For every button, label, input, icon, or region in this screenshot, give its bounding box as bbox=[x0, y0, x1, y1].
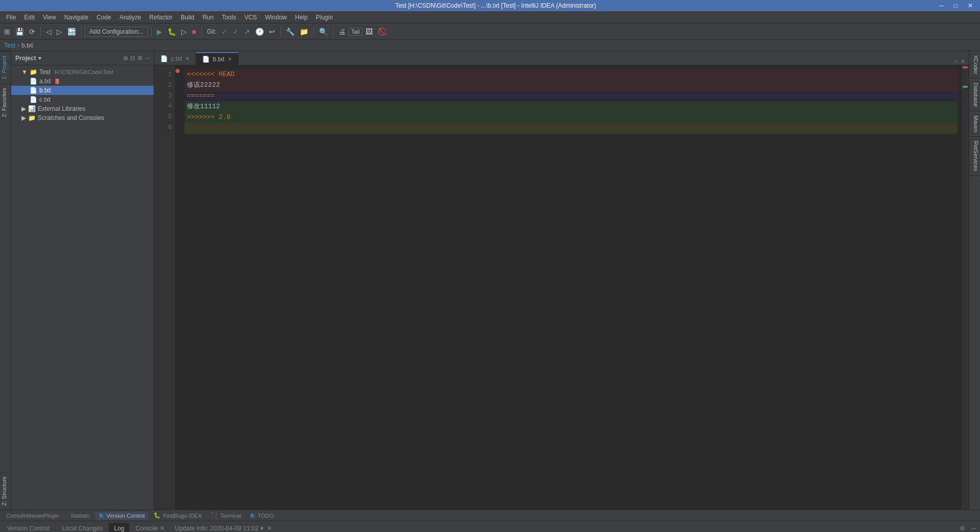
gutter-mark-1 bbox=[963, 66, 968, 68]
window-title: Test [H:\CSDN\Git\Code\Test] - ...\b.txt… bbox=[55, 2, 936, 9]
tool-tab-findbugs[interactable]: 🐛 FindBugs-IDEA bbox=[150, 511, 206, 520]
tree-root-name: Test bbox=[39, 68, 51, 76]
sidebar-tab-retservices[interactable]: RetServices bbox=[969, 137, 980, 176]
editor-area: 📄 c.txt ✕ 📄 b.txt ✕ ✓ ≡ 1 2 3 4 5 6 bbox=[154, 51, 969, 510]
tool-tab-statistic[interactable]: Statistic bbox=[64, 512, 94, 520]
toolbar-img-btn[interactable]: 🖼 bbox=[363, 27, 375, 37]
c-txt-close-btn[interactable]: ✕ bbox=[185, 56, 189, 61]
bottom-tab-vc[interactable]: Version Control: bbox=[2, 523, 56, 533]
tree-item-root[interactable]: ▼ 📁 Test H:\CSDN\Git\Code\Test bbox=[11, 67, 154, 77]
tool-tab-consolemaven[interactable]: ConsoleMavenPlugin bbox=[2, 512, 63, 520]
project-settings-icon[interactable]: ⚙ bbox=[137, 55, 143, 62]
line-num-2: 2 bbox=[156, 80, 172, 91]
bottom-tab-console[interactable]: Console ✕ bbox=[130, 523, 169, 533]
menu-edit[interactable]: Edit bbox=[20, 13, 39, 22]
sidebar-tab-project[interactable]: 1: Project bbox=[0, 51, 11, 83]
toolbar-navigate-btn[interactable]: 🔙 bbox=[65, 27, 78, 37]
project-scope-icon[interactable]: ⊕ bbox=[123, 55, 128, 62]
console-close[interactable]: ✕ bbox=[160, 525, 165, 532]
tool-tab-terminal[interactable]: ⬛ Terminal bbox=[207, 511, 246, 520]
menu-tools[interactable]: Tools bbox=[218, 13, 240, 22]
toolbar-git-history-btn[interactable]: 🕐 bbox=[253, 27, 266, 37]
menu-build[interactable]: Build bbox=[177, 13, 199, 22]
toolbar-back-btn[interactable]: ◁ bbox=[44, 27, 54, 37]
line-num-6: 6 bbox=[156, 123, 172, 133]
menu-code[interactable]: Code bbox=[92, 13, 115, 22]
menu-run[interactable]: Run bbox=[199, 13, 218, 22]
toolbar-tail-btn[interactable]: Tail bbox=[349, 28, 362, 36]
bottom-area: Version Control: Local Changes Log Conso… bbox=[0, 521, 980, 532]
sidebar-tab-structure[interactable]: Z: Structure bbox=[0, 472, 11, 510]
vc-minimize-icon[interactable]: ─ bbox=[969, 524, 978, 533]
toolbar-forward-btn[interactable]: ▷ bbox=[55, 27, 64, 37]
toolbar-stop-btn[interactable]: ■ bbox=[190, 27, 198, 37]
main-area: 1: Project 2: Favorites Z: Structure Pro… bbox=[0, 51, 980, 510]
menu-plugin[interactable]: Plugin bbox=[312, 13, 337, 22]
vc-gear-icon[interactable]: ⚙ bbox=[958, 524, 967, 533]
tool-tab-todo[interactable]: 6: TODO bbox=[247, 512, 278, 520]
tree-item-scratches[interactable]: ▶ 📁 Scratches and Consoles bbox=[11, 113, 154, 123]
accept-left-icon[interactable]: ✓ bbox=[954, 58, 959, 65]
toolbar-git-arrow-btn[interactable]: ↗ bbox=[242, 27, 252, 37]
root-folder-icon: ▼ bbox=[21, 68, 28, 76]
bottom-panel-actions: ⚙ ─ bbox=[958, 524, 978, 533]
editor-tab-b-txt[interactable]: 📄 b.txt ✕ bbox=[196, 52, 238, 65]
toolbar-debug-btn[interactable]: 🐛 bbox=[165, 27, 178, 37]
git-label: Git: bbox=[207, 28, 217, 35]
tree-item-b-txt[interactable]: 📄 b.txt bbox=[11, 86, 154, 95]
tree-item-c-txt[interactable]: 📄 c.txt bbox=[11, 95, 154, 104]
menu-help[interactable]: Help bbox=[291, 13, 312, 22]
line-num-5: 5 bbox=[156, 112, 172, 123]
toolbar-run2-btn[interactable]: ▷ bbox=[179, 27, 189, 37]
menu-analyze[interactable]: Analyze bbox=[115, 13, 145, 22]
toolbar-cancel-btn[interactable]: 🚫 bbox=[376, 27, 388, 37]
bottom-tab-local-changes[interactable]: Local Changes bbox=[57, 523, 108, 533]
project-collapse-icon[interactable]: ⊟ bbox=[130, 55, 135, 62]
gutter-mark-2 bbox=[963, 86, 968, 88]
tool-tab-version-control[interactable]: 9: Version Control bbox=[95, 512, 149, 520]
editor-code[interactable]: <<<<<<< HEAD 修该22222 ======= 修改11112 >>>… bbox=[181, 65, 962, 510]
menu-refactor[interactable]: Refactor bbox=[145, 13, 177, 22]
b-txt-close-btn[interactable]: ✕ bbox=[228, 56, 232, 62]
accept-right-icon[interactable]: ≡ bbox=[961, 58, 965, 65]
toolbar-sep2 bbox=[81, 27, 82, 37]
toolbar-save-btn[interactable]: 💾 bbox=[13, 27, 26, 37]
toolbar-settings-btn[interactable]: 🔧 bbox=[284, 27, 297, 37]
toolbar-git-check-btn1[interactable]: ✓ bbox=[219, 27, 230, 37]
update-info-dropdown[interactable]: ▾ bbox=[260, 525, 263, 532]
sidebar-tab-xcode[interactable]: XCoder bbox=[969, 51, 980, 79]
tree-item-external-libs[interactable]: ▶ 📊 External Libraries bbox=[11, 104, 154, 113]
sidebar-tab-favorites[interactable]: 2: Favorites bbox=[0, 83, 11, 121]
menu-navigate[interactable]: Navigate bbox=[60, 13, 92, 22]
title-bar: Test [H:\CSDN\Git\Code\Test] - ...\b.txt… bbox=[0, 0, 980, 11]
project-hide-icon[interactable]: ─ bbox=[145, 55, 150, 62]
minimize-button[interactable]: ─ bbox=[936, 2, 947, 9]
breadcrumb-project[interactable]: Test bbox=[4, 42, 15, 49]
toolbar-sync-btn[interactable]: ⟳ bbox=[27, 27, 37, 37]
editor-tab-c-txt[interactable]: 📄 c.txt ✕ bbox=[154, 52, 196, 65]
menu-window[interactable]: Window bbox=[261, 13, 291, 22]
toolbar-search-btn[interactable]: 🔍 bbox=[317, 27, 330, 37]
toolbar-git-check-btn2[interactable]: ✓ bbox=[231, 27, 241, 37]
a-txt-icon: 📄 bbox=[30, 78, 37, 85]
toolbar-print-btn[interactable]: 🖨 bbox=[336, 27, 348, 37]
project-dropdown-icon[interactable]: ▾ bbox=[38, 55, 41, 62]
sidebar-tab-database[interactable]: Database bbox=[969, 79, 980, 111]
toolbar-git-undo-btn[interactable]: ↩ bbox=[267, 27, 277, 37]
close-button[interactable]: ✕ bbox=[965, 2, 976, 9]
toolbar-vcs-btn[interactable]: 📁 bbox=[298, 27, 310, 37]
sidebar-tab-maven[interactable]: Maven bbox=[969, 111, 980, 137]
maximize-button[interactable]: □ bbox=[951, 2, 961, 9]
add-configuration-button[interactable]: Add Configuration... bbox=[85, 27, 148, 37]
c-txt-icon: 📄 bbox=[30, 96, 37, 103]
toolbar-run-btn[interactable]: ▶ bbox=[155, 27, 164, 37]
vc-num: 9: bbox=[99, 513, 104, 519]
tree-item-a-txt[interactable]: 📄 a.txt ! bbox=[11, 77, 154, 86]
breadcrumb-file[interactable]: b.txt bbox=[21, 42, 33, 49]
bottom-tab-log[interactable]: Log bbox=[109, 523, 129, 533]
menu-view[interactable]: View bbox=[39, 13, 60, 22]
menu-file[interactable]: File bbox=[2, 13, 20, 22]
update-info-close[interactable]: ✕ bbox=[267, 525, 272, 532]
line-num-1: 1 bbox=[156, 69, 172, 80]
menu-vcs[interactable]: VCS bbox=[240, 13, 261, 22]
